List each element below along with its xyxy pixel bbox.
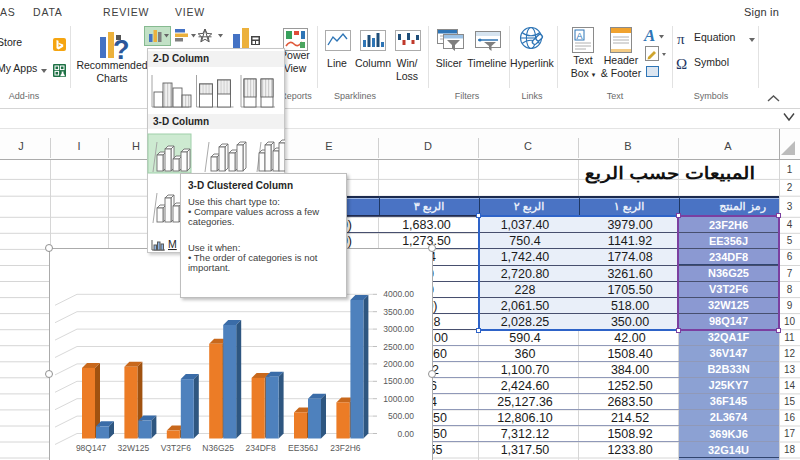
svg-text:A: A: [577, 31, 583, 41]
svg-text:500.00: 500.00: [388, 411, 414, 421]
svg-text:3500.00: 3500.00: [383, 307, 414, 317]
svg-text:A: A: [643, 26, 655, 45]
svg-text:N36G25: N36G25: [202, 443, 234, 453]
svg-text:?: ?: [113, 35, 130, 65]
svg-text:234DF8: 234DF8: [245, 443, 276, 453]
svg-text:π: π: [677, 31, 685, 47]
svg-text:1000.00: 1000.00: [383, 394, 414, 404]
svg-text:23F2H6: 23F2H6: [330, 443, 361, 453]
svg-text:2500.00: 2500.00: [383, 342, 414, 352]
svg-text:M: M: [168, 238, 177, 250]
svg-text:32W125: 32W125: [118, 443, 150, 453]
svg-text:0.00: 0.00: [397, 429, 414, 439]
svg-text:4000.00: 4000.00: [383, 289, 414, 299]
svg-text:3000.00: 3000.00: [383, 324, 414, 334]
svg-text:1500.00: 1500.00: [383, 376, 414, 386]
svg-text:EE356J: EE356J: [288, 443, 318, 453]
svg-text:V3T2F6: V3T2F6: [161, 443, 192, 453]
svg-text:98Q147: 98Q147: [76, 443, 107, 453]
svg-text:Ω: Ω: [676, 56, 687, 72]
svg-text:2000.00: 2000.00: [383, 359, 414, 369]
